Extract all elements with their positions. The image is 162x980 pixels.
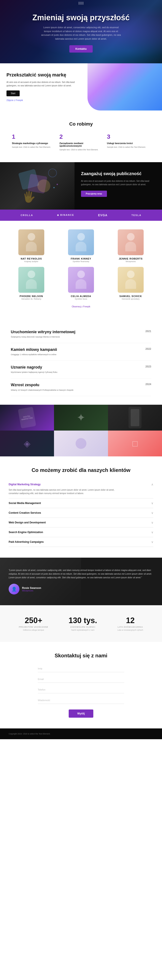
team-card-2: FRANK KINNEY Dyrektor finansowy — [58, 229, 104, 262]
brand-start-button[interactable]: Start — [6, 91, 20, 96]
testimonial-quote: "Lorem ipsum dolor sit amet, consetetur … — [9, 568, 153, 579]
milestones-section: Uruchomienie witryny internetowej Świętu… — [0, 317, 162, 405]
engage-image-left: 🖐 — [0, 162, 75, 210]
team-avatar-6 — [118, 267, 144, 293]
contact-form: Wyślij — [38, 665, 124, 718]
service-title-2: Zarządzanie mediami społecznościowymi — [59, 142, 103, 147]
services-section: Co możemy zrobić dla naszych klientów Di… — [0, 457, 162, 558]
portfolio-item-2: ✦ — [54, 405, 108, 431]
accordion-item-4[interactable]: Web Design and Development ∨ — [9, 518, 153, 528]
service-item-2: 2 Zarządzanie mediami społecznościowymi … — [59, 133, 103, 151]
accordion-item-1[interactable]: Digital Marketing Strategy ∧ Set clita k… — [9, 480, 153, 498]
milestone-desc-3: Wyróżniane tytułem Najlepszej Agencji Cy… — [11, 371, 145, 374]
brands-bar: CROLLA ◈ BINANCE EVGA TESLA — [0, 210, 162, 221]
testimonial-author-info: Rosie Swanson Wiceprezes — [22, 587, 41, 592]
team-photo-5 — [68, 267, 94, 293]
service-item-3: 3 Usługi tworzenia treści Sample text. C… — [107, 133, 150, 151]
stat-label-2: ZADOWOLENI KLIENCI — [69, 626, 97, 628]
service-text-1: Sample text. Click to select the Text El… — [12, 146, 55, 149]
milestone-title-3: Uznanie nagrody — [11, 365, 145, 370]
services-grid: 1 Strategia marketingu cyfrowego Sample … — [9, 133, 153, 151]
stats-grid: 250+ PROJEKTÓW UKOŃCZONE Odbiorca usługa… — [9, 616, 153, 631]
accordion-item-2[interactable]: Social Media Management ∨ — [9, 498, 153, 508]
accordion-item-5[interactable]: Search Engine Optimization ∨ — [9, 528, 153, 537]
contact-submit-button[interactable]: Wyślij — [69, 710, 93, 718]
testimonial-role: Wiceprezes — [22, 590, 41, 592]
accordion-header-4[interactable]: Web Design and Development ∨ — [9, 521, 153, 524]
milestone-title-4: Wzrost zespołu — [11, 383, 145, 388]
milestone-item-4: Wzrost zespołu Witamy 10 Nowych Utalento… — [11, 379, 151, 396]
milestone-item-2: Kamień milowy kampanii Osiągając 1 milio… — [11, 343, 151, 361]
stat-sublabel-3: Lata w innowacyjnych cyfrach — [117, 629, 143, 631]
engage-image: 🖐 — [0, 162, 75, 210]
team-photo-6 — [118, 267, 144, 293]
service-title-1: Strategia marketingu cyfrowego — [12, 142, 55, 145]
engage-heading: Zaangażuj swoją publiczność — [81, 171, 156, 177]
accordion-header-2[interactable]: Social Media Management ∨ — [9, 501, 153, 505]
hero-title: Zmieniaj swoją przyszłość — [32, 13, 130, 22]
accordion-header-3[interactable]: Content Creation Services ∨ — [9, 511, 153, 515]
accordion-title-6: Paid Advertising Campaigns — [9, 540, 43, 543]
stat-item-2: 130 tys. ZADOWOLENI KLIENCI Nachi wydzia… — [69, 616, 97, 631]
team-role-5: Dyrektor biura — [58, 298, 104, 300]
engage-section: 🖐 Zaangażuj swoją publiczność At vero eo… — [0, 162, 162, 210]
brand-section: Przekształcić swoją markę At vero eos et… — [0, 63, 162, 111]
contact-phone-input[interactable] — [38, 686, 124, 693]
accordion-item-3[interactable]: Content Creation Services ∨ — [9, 508, 153, 518]
milestone-desc-1: Świętujemy nową obecność naszego klienta… — [11, 336, 145, 339]
stat-label-3: LATA DOŚWIADCZENIA — [117, 626, 143, 628]
milestone-year-2: 2022 — [145, 347, 151, 350]
contact-message-input[interactable] — [38, 697, 124, 704]
team-card-5: CELIA ALMEDA Dyrektor biura — [58, 267, 104, 300]
accordion-header-6[interactable]: Paid Advertising Campaigns ∨ — [9, 540, 153, 544]
chevron-down-icon-6: ∨ — [151, 540, 153, 544]
service-item-1: 1 Strategia marketingu cyfrowego Sample … — [12, 133, 55, 151]
engage-button[interactable]: Pracujemy wraz — [81, 191, 107, 197]
milestone-left-1: Uruchomienie witryny internetowej Świętu… — [11, 330, 145, 339]
team-role-2: Dyrektor finansowy — [58, 260, 104, 262]
service-number-3: 3 — [107, 133, 150, 140]
brand-left: Przekształcić swoją markę At vero eos et… — [0, 63, 88, 111]
team-avatar-2 — [68, 229, 94, 255]
team-name-5: CELIA ALMEDA — [58, 295, 104, 298]
contact-email-input[interactable] — [38, 676, 124, 683]
team-more-link[interactable]: Obserwuj z Freepik — [72, 305, 90, 308]
team-card-4: PHOEBE NELSON Menadżer ds. Reklamy — [9, 267, 54, 300]
testimonial-author: 👤 Rosie Swanson Wiceprezes — [9, 584, 153, 595]
brand-link[interactable]: Zdjęcie z Freepik — [6, 99, 23, 102]
accordion-item-6[interactable]: Paid Advertising Campaigns ∨ — [9, 537, 153, 547]
team-avatar-4 — [18, 267, 44, 293]
stat-number-2: 130 tys. — [69, 616, 97, 625]
portfolio-item-3 — [108, 405, 162, 431]
chevron-down-icon-5: ∨ — [151, 530, 153, 534]
stat-sublabel-1: Odbiorca usługa tamque — [19, 629, 48, 631]
hero-lines-decoration — [79, 2, 83, 5]
milestone-year-3: 2023 — [145, 365, 151, 368]
accordion-title-2: Social Media Management — [9, 502, 41, 504]
milestone-desc-4: Witamy 10 Nowych Utalentowanych Profesjo… — [11, 389, 145, 392]
chevron-down-icon-3: ∨ — [151, 511, 153, 515]
team-avatar-3 — [118, 229, 144, 255]
testimonial-name: Rosie Swanson — [22, 587, 41, 590]
milestone-left-3: Uznanie nagrody Wyróżniane tytułem Najle… — [11, 365, 145, 374]
accordion-header-1[interactable]: Digital Marketing Strategy ∧ — [9, 483, 153, 486]
chevron-down-icon-2: ∨ — [151, 501, 153, 505]
accordion-content-1: Set clita kasd gubergren, no sea takimat… — [9, 486, 117, 495]
brand-description: At vero eos et accusam et justo duo dolo… — [6, 81, 81, 88]
team-grid: NAT REYNOLDS Krajowy audytor FRANK KINNE… — [9, 229, 153, 300]
service-text-3: Sample text. Click to select the Text El… — [107, 146, 150, 149]
team-role-6: Kierownik sprzedaży — [108, 298, 153, 300]
accordion-title-4: Web Design and Development — [9, 521, 46, 524]
brand-logo-crolla: CROLLA — [21, 214, 33, 216]
accordion-header-5[interactable]: Search Engine Optimization ∨ — [9, 530, 153, 534]
portfolio-item-1: DIGITAL MARKETING — [0, 405, 54, 431]
milestone-item-1: Uruchomienie witryny internetowej Świętu… — [11, 325, 151, 343]
team-avatar-1 — [18, 229, 44, 255]
stat-number-3: 12 — [117, 616, 143, 625]
brand-logo-tesla: TESLA — [132, 214, 141, 216]
testimonial-content: "Lorem ipsum dolor sit amet, consetetur … — [9, 568, 153, 595]
contact-name-input[interactable] — [38, 665, 124, 672]
service-title-3: Usługi tworzenia treści — [107, 142, 150, 145]
hero-cta-button[interactable]: Kontaktu — [69, 45, 93, 52]
hero-description: Lorem ipsum dolor sit amet, consectetur … — [40, 25, 122, 41]
